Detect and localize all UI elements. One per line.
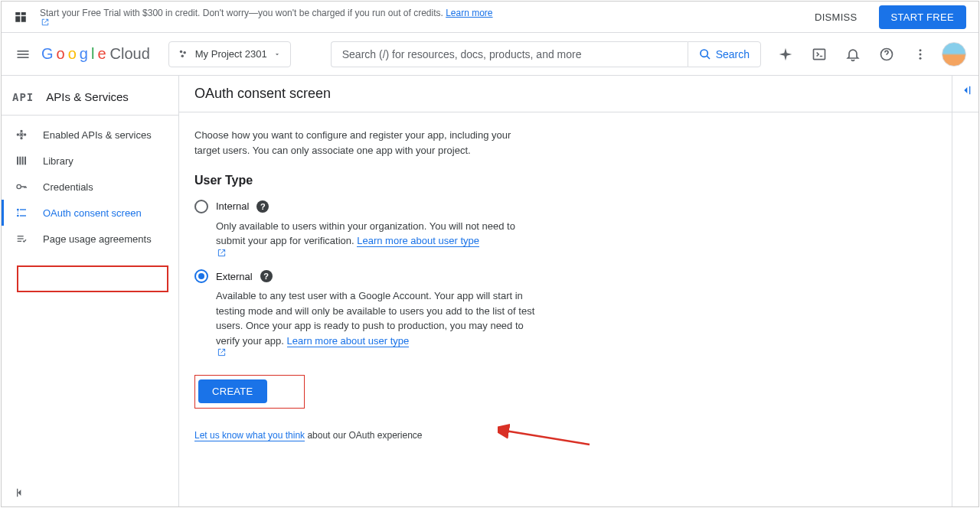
start-free-button[interactable]: START FREE [879, 5, 966, 29]
svg-rect-4 [18, 50, 29, 52]
svg-rect-24 [24, 157, 26, 165]
api-badge-icon: API [12, 91, 34, 103]
sidebar-item-credentials[interactable]: Credentials [2, 174, 178, 200]
help-icon[interactable]: ? [256, 200, 269, 213]
gift-icon [14, 10, 28, 24]
search-input[interactable]: Search (/) for resources, docs, products… [331, 41, 688, 67]
radio-internal[interactable] [194, 200, 208, 213]
feedback-row: Let us know what you think about our OAu… [194, 428, 715, 442]
internal-learn-more-link[interactable]: Learn more about user type [357, 235, 479, 247]
caret-down-icon [273, 50, 281, 58]
sidebar-item-page-usage[interactable]: Page usage agreements [2, 226, 178, 252]
svg-rect-22 [19, 157, 21, 165]
svg-rect-21 [17, 157, 18, 165]
cloud-shell-icon[interactable] [804, 39, 835, 70]
svg-rect-3 [21, 12, 26, 15]
svg-point-26 [17, 209, 19, 211]
radio-external-row[interactable]: External ? [194, 269, 715, 285]
svg-point-15 [920, 57, 922, 59]
svg-point-8 [183, 50, 186, 54]
project-picker[interactable]: My Project 2301 [168, 41, 291, 67]
svg-point-17 [17, 134, 18, 135]
svg-point-14 [920, 53, 922, 55]
radio-internal-label: Internal [216, 199, 249, 214]
radio-external-label: External [216, 269, 253, 285]
top-header: Google Cloud My Project 2301 Search (/) … [2, 33, 978, 76]
help-icon[interactable] [871, 39, 902, 70]
svg-rect-30 [18, 236, 24, 236]
sidebar-item-oauth-consent[interactable]: OAuth consent screen [2, 200, 178, 226]
google-cloud-logo[interactable]: Google Cloud [41, 45, 150, 63]
svg-point-16 [21, 134, 22, 135]
svg-rect-32 [18, 241, 21, 242]
create-button[interactable]: CREATE [198, 379, 267, 403]
sidebar-title: API APIs & Services [2, 79, 178, 116]
main-content: OAuth consent screen Choose how you want… [179, 76, 978, 506]
svg-point-9 [181, 54, 184, 57]
notifications-icon[interactable] [838, 39, 868, 70]
more-icon[interactable] [905, 39, 936, 70]
internal-description: Only available to users within your orga… [216, 219, 522, 257]
svg-point-18 [24, 134, 26, 135]
help-icon[interactable]: ? [260, 270, 273, 282]
nav-menu-button[interactable] [14, 45, 32, 64]
consent-icon [14, 207, 29, 219]
sidebar-item-library[interactable]: Library [2, 148, 178, 174]
feedback-link[interactable]: Let us know what you think [194, 430, 305, 441]
key-icon [14, 181, 29, 193]
dismiss-button[interactable]: DISMISS [805, 5, 867, 29]
intro-text: Choose how you want to configure and reg… [194, 128, 516, 158]
user-type-heading: User Type [194, 171, 715, 190]
svg-point-10 [701, 50, 707, 57]
svg-rect-0 [15, 16, 20, 22]
external-description: Available to any test user with a Google… [216, 288, 537, 357]
svg-point-19 [21, 130, 22, 132]
svg-rect-6 [18, 57, 29, 58]
sidebar: API APIs & Services Enabled APIs & servi… [2, 76, 179, 506]
page-title: OAuth consent screen [179, 76, 978, 112]
svg-point-20 [21, 138, 22, 139]
search-button[interactable]: Search [688, 41, 761, 67]
agreement-icon [14, 233, 29, 245]
svg-point-27 [17, 215, 19, 217]
svg-rect-28 [20, 209, 26, 210]
svg-rect-1 [21, 16, 26, 22]
svg-point-13 [920, 49, 922, 51]
radio-internal-row[interactable]: Internal ? [194, 199, 715, 214]
project-icon [178, 49, 189, 60]
diamond-icon [14, 129, 29, 141]
external-learn-more-link[interactable]: Learn more about user type [287, 335, 410, 347]
library-icon [14, 155, 29, 167]
svg-rect-5 [18, 54, 29, 55]
radio-external[interactable] [194, 269, 208, 283]
svg-point-25 [17, 184, 21, 188]
svg-rect-31 [18, 238, 24, 239]
svg-rect-29 [20, 215, 26, 216]
project-name: My Project 2301 [195, 48, 267, 60]
account-avatar[interactable] [942, 42, 966, 67]
free-trial-banner: Start your Free Trial with $300 in credi… [2, 2, 978, 33]
sidebar-collapse-button[interactable] [14, 487, 26, 499]
sidebar-item-enabled-apis[interactable]: Enabled APIs & services [2, 122, 178, 148]
right-panel-collapse-button[interactable] [960, 84, 972, 96]
gemini-icon[interactable] [770, 39, 801, 70]
svg-rect-2 [15, 12, 20, 15]
banner-text: Start your Free Trial with $300 in credi… [40, 8, 493, 26]
svg-rect-23 [22, 157, 24, 165]
svg-point-7 [180, 50, 183, 53]
